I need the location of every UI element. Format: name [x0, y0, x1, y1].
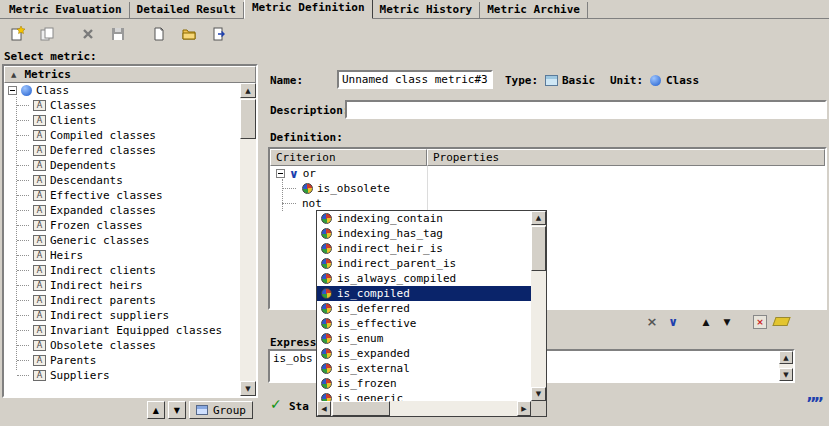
- scroll-up-icon[interactable]: [240, 83, 256, 98]
- metric-icon: [33, 220, 46, 231]
- column-criterion[interactable]: Criterion: [270, 149, 427, 166]
- dropdown-item-indirect-parent-is[interactable]: indirect_parent_is: [317, 256, 531, 271]
- tree-item-dependents[interactable]: Dependents: [4, 158, 240, 173]
- scroll-right-icon[interactable]: [517, 401, 531, 416]
- metric-icon: [33, 355, 46, 366]
- tree-item-generic-classes[interactable]: Generic classes: [4, 233, 240, 248]
- criterion-row-not[interactable]: not: [270, 196, 825, 211]
- dropdown-item-indexing-has-tag[interactable]: indexing_has_tag: [317, 226, 531, 241]
- cross-icon[interactable]: [644, 314, 660, 330]
- tab-metric-definition[interactable]: Metric Definition: [244, 0, 373, 19]
- scroll-thumb[interactable]: [240, 99, 256, 139]
- scroll-up-icon[interactable]: [779, 351, 793, 364]
- tree-item-parents[interactable]: Parents: [4, 353, 240, 368]
- expression-label: Express: [270, 336, 316, 349]
- delete-criterion-icon[interactable]: [752, 314, 768, 330]
- dropdown-item-is-external[interactable]: is_external: [317, 361, 531, 376]
- description-input[interactable]: [345, 100, 827, 119]
- expression-scrollbar[interactable]: [779, 351, 793, 381]
- move-up-icon[interactable]: [698, 314, 714, 330]
- open-metric-button[interactable]: [175, 21, 202, 47]
- scroll-left-icon[interactable]: [317, 401, 331, 416]
- move-down-icon[interactable]: [719, 314, 735, 330]
- new-metric-button[interactable]: [3, 21, 30, 47]
- scroll-thumb[interactable]: [531, 226, 546, 271]
- export-metric-button[interactable]: [205, 21, 232, 47]
- move-metric-down-button[interactable]: [168, 401, 186, 419]
- tree-item-label: Descendants: [50, 173, 123, 188]
- tree-item-indirect-heirs[interactable]: Indirect heirs: [4, 278, 240, 293]
- tab-metric-history[interactable]: Metric History: [373, 2, 481, 18]
- criterion-grid-header: Criterion Properties: [270, 149, 825, 166]
- delete-metric-button[interactable]: [74, 21, 101, 47]
- metric-icon: [33, 130, 46, 141]
- scroll-up-icon[interactable]: [531, 211, 546, 225]
- collapse-icon[interactable]: [8, 86, 17, 95]
- dropdown-item-is-always-compiled[interactable]: is_always_compiled: [317, 271, 531, 286]
- dropdown-item-is-expanded[interactable]: is_expanded: [317, 346, 531, 361]
- name-label: Name:: [270, 74, 303, 87]
- tree-item-suppliers[interactable]: Suppliers: [4, 368, 240, 383]
- dropdown-hscrollbar[interactable]: [317, 401, 531, 416]
- tree-item-indirect-clients[interactable]: Indirect clients: [4, 263, 240, 278]
- dropdown-item-indirect-heir-is[interactable]: indirect_heir_is: [317, 241, 531, 256]
- tree-item-effective-classes[interactable]: Effective classes: [4, 188, 240, 203]
- dropdown-item-is-enum[interactable]: is_enum: [317, 331, 531, 346]
- copy-metric-button[interactable]: [33, 21, 60, 47]
- eraser-icon[interactable]: [773, 314, 789, 330]
- tree-item-label: Expanded classes: [50, 203, 156, 218]
- status-label: Sta: [289, 400, 309, 413]
- dropdown-vscrollbar[interactable]: [531, 211, 546, 401]
- tree-scrollbar[interactable]: [240, 83, 256, 396]
- move-metric-up-button[interactable]: [147, 401, 165, 419]
- delete-box-icon: [753, 315, 767, 329]
- tree-item-indirect-suppliers[interactable]: Indirect suppliers: [4, 308, 240, 323]
- scroll-down-icon[interactable]: [240, 381, 256, 396]
- tree-item-expanded-classes[interactable]: Expanded classes: [4, 203, 240, 218]
- comment-icon[interactable]: [806, 394, 821, 413]
- tree-item-descendants[interactable]: Descendants: [4, 173, 240, 188]
- criterion-row-is-obsolete[interactable]: is_obsolete: [270, 181, 825, 196]
- eraser-shape: [772, 317, 790, 326]
- tree-item-compiled-classes[interactable]: Compiled classes: [4, 128, 240, 143]
- name-input[interactable]: [337, 70, 493, 89]
- criterion-row-or[interactable]: or: [270, 166, 825, 181]
- criterion-icon: [321, 258, 332, 269]
- scroll-thumb[interactable]: [332, 401, 390, 416]
- tree-item-indirect-parents[interactable]: Indirect parents: [4, 293, 240, 308]
- scroll-down-icon[interactable]: [779, 368, 793, 381]
- metric-tree-header[interactable]: Metrics: [4, 66, 256, 83]
- tab-metric-archive[interactable]: Metric Archive: [480, 2, 588, 18]
- tree-item-label: Frozen classes: [50, 218, 143, 233]
- tree-item-obsolete-classes[interactable]: Obsolete classes: [4, 338, 240, 353]
- scroll-down-icon[interactable]: [531, 387, 546, 401]
- tree-item-label: Indirect heirs: [50, 278, 143, 293]
- tree-item-frozen-classes[interactable]: Frozen classes: [4, 218, 240, 233]
- criterion-label: is_obsolete: [317, 181, 390, 196]
- or-icon[interactable]: [665, 314, 681, 330]
- group-button[interactable]: Group: [189, 401, 253, 419]
- dropdown-item-is-deferred[interactable]: is_deferred: [317, 301, 531, 316]
- dropdown-item-is-frozen[interactable]: is_frozen: [317, 376, 531, 391]
- dropdown-item-label: indexing_has_tag: [337, 226, 443, 241]
- tree-item-deferred-classes[interactable]: Deferred classes: [4, 143, 240, 158]
- column-properties[interactable]: Properties: [427, 149, 825, 166]
- save-metric-button[interactable]: [104, 21, 131, 47]
- tree-item-label: Indirect clients: [50, 263, 156, 278]
- dropdown-item-is-compiled[interactable]: is_compiled: [317, 286, 531, 301]
- tab-metric-evaluation[interactable]: Metric Evaluation: [2, 2, 130, 18]
- tree-item-heirs[interactable]: Heirs: [4, 248, 240, 263]
- dropdown-item-label: indirect_parent_is: [337, 256, 456, 271]
- dropdown-item-is-effective[interactable]: is_effective: [317, 316, 531, 331]
- new-file-button[interactable]: [145, 21, 172, 47]
- class-unit-icon: [650, 75, 661, 86]
- tree-item-invariant-equipped-classes[interactable]: Invariant Equipped classes: [4, 323, 240, 338]
- tree-root-class[interactable]: Class: [4, 83, 240, 98]
- criterion-icon: [321, 318, 332, 329]
- tree-item-clients[interactable]: Clients: [4, 113, 240, 128]
- collapse-icon[interactable]: [276, 169, 285, 178]
- tab-detailed-result[interactable]: Detailed Result: [130, 2, 244, 18]
- dropdown-item-indexing-contain[interactable]: indexing_contain: [317, 211, 531, 226]
- tree-item-classes[interactable]: Classes: [4, 98, 240, 113]
- dropdown-item-is-generic[interactable]: is_generic: [317, 391, 531, 401]
